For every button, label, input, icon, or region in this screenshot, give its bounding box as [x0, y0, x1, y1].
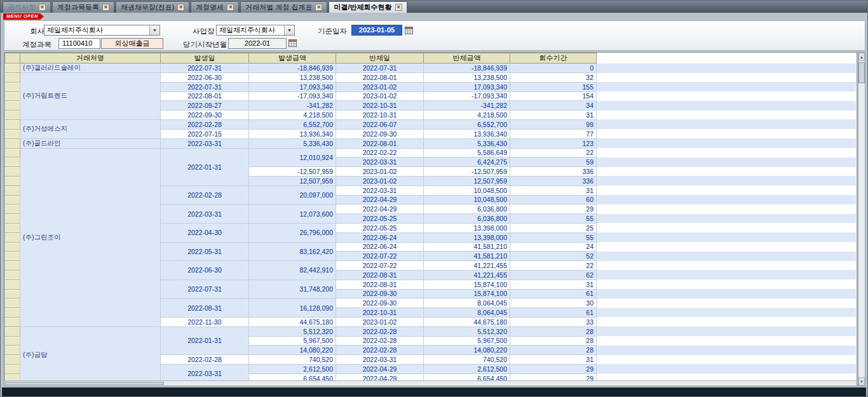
tab-close-icon[interactable]: × — [39, 4, 46, 11]
cell-date[interactable]: 2022-06-24 — [336, 232, 424, 242]
cell-date[interactable]: 2023-01-02 — [336, 167, 424, 177]
tab-3[interactable]: 계정명세× — [191, 1, 239, 13]
cell-days[interactable]: 28 — [510, 346, 597, 355]
cell-date[interactable]: 2022-05-25 — [336, 214, 424, 224]
cell-date[interactable]: 2022-06-30 — [161, 261, 249, 280]
tab-5[interactable]: 미결/반제회수현황× — [329, 1, 407, 13]
header-occur-date[interactable]: 발생일 — [161, 53, 249, 64]
row-selector[interactable] — [5, 91, 20, 101]
cell-date[interactable]: 2022-03-31 — [161, 138, 249, 148]
row-selector[interactable] — [5, 119, 20, 129]
cell-days[interactable]: 61 — [510, 289, 597, 299]
cell-date[interactable]: 2022-01-31 — [161, 148, 249, 185]
cell-days[interactable]: 62 — [510, 270, 597, 279]
header-collect-period[interactable]: 회수기간 — [510, 53, 597, 64]
cell-amt[interactable]: 82,442,910 — [249, 261, 336, 280]
row-selector[interactable] — [5, 232, 20, 242]
cell-date[interactable]: 2022-10-31 — [336, 101, 424, 111]
horizontal-scrollbar-thumb[interactable] — [5, 382, 164, 385]
cell-date[interactable]: 2022-02-28 — [336, 336, 424, 346]
cell-days[interactable]: 31 — [510, 279, 597, 289]
row-selector[interactable] — [5, 158, 20, 167]
cell-date[interactable]: 2022-03-31 — [336, 185, 424, 195]
cell-date[interactable]: 2022-07-31 — [161, 279, 249, 299]
period-input[interactable]: 2022-01 — [228, 38, 287, 49]
cell-amt[interactable]: -18,846,939 — [249, 64, 336, 73]
cell-date[interactable]: 2022-10-31 — [336, 111, 424, 120]
cell-days[interactable]: 77 — [510, 129, 597, 138]
row-selector[interactable] — [5, 214, 20, 224]
account-code-input[interactable]: 11100410 — [58, 38, 100, 49]
cell-amt[interactable]: 41,221,455 — [424, 261, 510, 271]
header-occur-amount[interactable]: 발생금액 — [249, 53, 336, 64]
cell-date[interactable]: 2022-04-30 — [161, 223, 249, 242]
calendar-icon[interactable] — [405, 26, 413, 34]
cell-date[interactable]: 2022-08-31 — [336, 270, 424, 279]
row-selector[interactable] — [5, 64, 20, 73]
cell-date[interactable]: 2022-07-22 — [336, 252, 424, 261]
cell-amt[interactable]: 5,512,320 — [424, 326, 510, 336]
row-selector[interactable] — [5, 195, 20, 205]
base-date-input[interactable]: 2023-01-05 — [351, 25, 402, 36]
cell-date[interactable]: 2023-01-02 — [336, 91, 424, 101]
cell-days[interactable]: 31 — [510, 355, 597, 365]
header-customer[interactable]: 거래처명 — [20, 53, 161, 64]
row-selector[interactable] — [5, 138, 20, 148]
cell-date[interactable]: 2022-07-31 — [161, 64, 249, 73]
tab-2[interactable]: 채권채무장(전표)× — [116, 1, 189, 13]
cell-amt[interactable]: -341,282 — [424, 101, 510, 111]
cell-days[interactable]: 28 — [510, 336, 597, 346]
chevron-down-icon[interactable]: ▼ — [149, 25, 159, 35]
cell-date[interactable]: 2022-07-31 — [161, 82, 249, 91]
cell-date[interactable]: 2022-06-07 — [336, 119, 424, 129]
cell-amt[interactable]: 13,936,340 — [424, 129, 510, 138]
tab-close-icon[interactable]: × — [315, 4, 322, 11]
cell-date[interactable]: 2022-08-31 — [161, 299, 249, 318]
cell-date[interactable]: 2022-02-28 — [161, 355, 249, 365]
cell-amt[interactable]: 20,097,000 — [249, 185, 336, 205]
row-selector[interactable] — [5, 82, 20, 91]
row-selector[interactable] — [5, 336, 20, 346]
menu-open-button[interactable]: MENU OPEN — [3, 13, 44, 20]
row-selector[interactable] — [5, 176, 20, 185]
cell-date[interactable]: 2022-09-30 — [161, 111, 249, 120]
cell-days[interactable]: 29 — [510, 205, 597, 214]
cell-date[interactable]: 2022-05-25 — [336, 223, 424, 232]
cell-days[interactable]: 32 — [510, 73, 597, 83]
cell-amt[interactable]: 6,552,700 — [424, 119, 510, 129]
cell-days[interactable]: 22 — [510, 148, 597, 158]
tab-0[interactable]: 공지사항× — [3, 1, 51, 13]
cell-date[interactable]: 2022-08-01 — [336, 73, 424, 83]
calendar-icon[interactable] — [288, 39, 297, 47]
cell-amt[interactable]: 13,238,500 — [424, 73, 510, 83]
cell-days[interactable]: 30 — [510, 299, 597, 308]
cell-name[interactable]: (주)거성에스지 — [20, 119, 161, 138]
cell-amt[interactable]: 5,967,500 — [249, 336, 336, 346]
cell-date[interactable]: 2022-07-31 — [336, 64, 424, 73]
cell-days[interactable]: 59 — [510, 158, 597, 167]
cell-date[interactable]: 2022-01-31 — [161, 326, 249, 354]
cell-date[interactable]: 2022-02-28 — [161, 119, 249, 129]
cell-date[interactable]: 2022-03-31 — [161, 205, 249, 224]
cell-amt[interactable]: 15,874,100 — [424, 289, 510, 299]
row-selector[interactable] — [5, 299, 20, 308]
cell-days[interactable]: 55 — [510, 214, 597, 224]
tab-1[interactable]: 계정과목등록× — [52, 1, 114, 13]
cell-amt[interactable]: 10,048,500 — [424, 185, 510, 195]
cell-amt[interactable]: 6,036,800 — [424, 214, 510, 224]
cell-amt[interactable]: 14,080,220 — [249, 346, 336, 355]
cell-date[interactable]: 2022-09-30 — [336, 289, 424, 299]
row-selector[interactable] — [5, 185, 20, 195]
cell-date[interactable]: 2022-09-30 — [336, 299, 424, 308]
header-settle-date[interactable]: 반제일 — [336, 53, 424, 64]
cell-amt[interactable]: 5,336,430 — [249, 138, 336, 148]
row-selector[interactable] — [5, 308, 20, 318]
cell-date[interactable]: 2022-05-31 — [161, 242, 249, 261]
cell-amt[interactable]: 13,398,000 — [424, 223, 510, 232]
cell-name[interactable]: (주)골드라인 — [20, 138, 161, 148]
cell-days[interactable]: 155 — [510, 82, 597, 91]
cell-days[interactable]: 25 — [510, 223, 597, 232]
cell-date[interactable]: 2022-09-30 — [336, 129, 424, 138]
cell-date[interactable]: 2022-02-28 — [336, 346, 424, 355]
row-selector[interactable] — [5, 148, 20, 158]
